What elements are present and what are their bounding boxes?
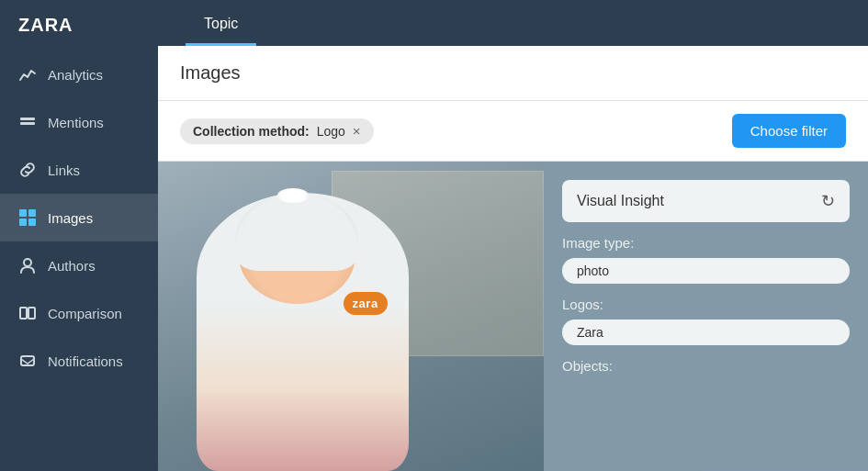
svg-rect-0 (20, 118, 35, 120)
sidebar-item-mentions[interactable]: Mentions (0, 98, 158, 146)
visual-insight-panel: Visual Insight ↻ Image type: photo Logos… (544, 162, 868, 471)
objects-section: Objects: (562, 358, 850, 374)
sidebar-item-links[interactable]: Links (0, 146, 158, 194)
svg-rect-8 (28, 308, 35, 319)
sidebar-item-images[interactable]: Images (0, 194, 158, 241)
tab-bar: Topic (158, 0, 868, 46)
filter-chip-value: Logo (317, 124, 345, 139)
sidebar-nav: Analytics Mentions Links (0, 50, 158, 471)
main-photo-container: zara (158, 162, 544, 471)
sidebar-item-notifications-label: Notifications (48, 353, 123, 369)
svg-rect-3 (28, 209, 36, 217)
svg-point-6 (24, 259, 31, 266)
authors-icon (18, 256, 37, 275)
filter-chip-close[interactable]: × (353, 124, 361, 138)
images-icon (18, 208, 37, 227)
sidebar-item-analytics-label: Analytics (48, 67, 103, 83)
svg-rect-5 (28, 219, 36, 226)
sidebar-item-authors-label: Authors (48, 258, 96, 274)
svg-rect-4 (19, 219, 27, 226)
objects-label: Objects: (562, 358, 850, 374)
refresh-icon[interactable]: ↻ (821, 191, 835, 211)
svg-rect-2 (19, 209, 27, 217)
tab-topic[interactable]: Topic (186, 5, 256, 46)
sidebar-item-authors[interactable]: Authors (0, 241, 158, 289)
image-type-label: Image type: (562, 235, 850, 251)
filter-chip-label: Collection method: Logo (193, 124, 345, 139)
chart-icon (18, 65, 37, 84)
sidebar-item-comparison-label: Comparison (48, 306, 122, 321)
sidebar-logo: ZARA (0, 0, 158, 50)
page-title: Images (158, 46, 868, 101)
filter-chip: Collection method: Logo × (180, 118, 374, 144)
link-icon (18, 161, 37, 179)
logos-section: Logos: Zara (562, 297, 850, 345)
sidebar-item-notifications[interactable]: Notifications (0, 337, 158, 385)
main-content: Topic Images Collection method: Logo × C… (158, 0, 868, 471)
sidebar: ZARA Analytics Mentions (0, 0, 158, 471)
visual-insight-label: Visual Insight (577, 193, 664, 209)
visual-insight-box: Visual Insight ↻ (562, 180, 850, 222)
logos-label: Logos: (562, 297, 850, 312)
image-type-value: photo (562, 258, 850, 284)
sidebar-item-analytics[interactable]: Analytics (0, 50, 158, 98)
sidebar-item-mentions-label: Mentions (48, 115, 104, 130)
sidebar-item-images-label: Images (48, 210, 93, 226)
notifications-icon (18, 352, 37, 370)
image-section: zara Visual Insight ↻ Image type: photo … (158, 162, 868, 471)
choose-filter-button[interactable]: Choose filter (732, 114, 846, 148)
zara-badge: zara (344, 292, 388, 315)
svg-rect-1 (20, 122, 35, 125)
baby-hat (235, 193, 358, 271)
sidebar-item-links-label: Links (48, 163, 80, 178)
hat-pompom (277, 188, 308, 202)
comparison-icon (18, 304, 37, 322)
sidebar-item-comparison[interactable]: Comparison (0, 289, 158, 337)
image-type-section: Image type: photo (562, 235, 850, 284)
baby-figure (197, 193, 409, 471)
filter-bar: Collection method: Logo × Choose filter (158, 101, 868, 162)
mentions-icon (18, 113, 37, 131)
svg-rect-7 (20, 308, 27, 319)
logos-value: Zara (562, 320, 850, 345)
